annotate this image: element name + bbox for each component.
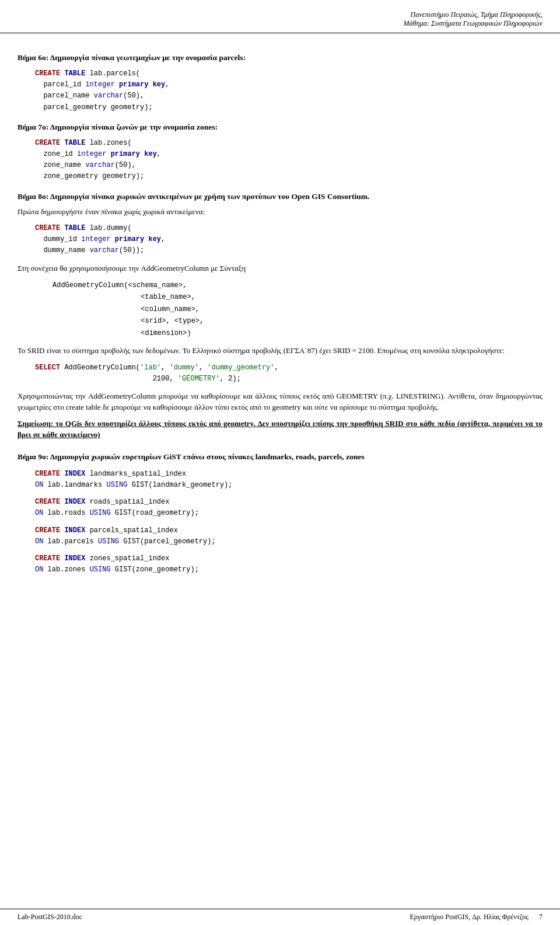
code-zones: CREATE TABLE lab.zones( zone_id integer … bbox=[35, 138, 542, 183]
page-header: Πανεπιστήμιο Πειραιώς, Τμήμα Πληροφορική… bbox=[0, 0, 560, 33]
code-parcels: CREATE TABLE lab.parcels( parcel_id inte… bbox=[35, 68, 542, 113]
footer-center: Εργαστήριο PostGIS, Δρ. Ηλίας Φρέντζος 7 bbox=[410, 913, 542, 921]
code-dummy: CREATE TABLE lab.dummy( dummy_id integer… bbox=[35, 223, 542, 257]
step8-text: Πρώτα δημιουργήστε έναν πίνακα χωρίς χωρ… bbox=[18, 206, 542, 218]
step8-heading: Βήμα 8ο: Δημιουργία πίνακα χωρικών αντικ… bbox=[18, 192, 542, 201]
page-footer: Lab-PostGIS-2010.doc Εργαστήριο PostGIS,… bbox=[0, 909, 560, 925]
addgeom-syntax: AddGeometryColumn(<schema_name>, <table_… bbox=[18, 280, 542, 339]
code-index-landmarks: CREATE INDEX landmarks_spatial_index ON … bbox=[35, 469, 542, 491]
code-index-parcels: CREATE INDEX parcels_spatial_index ON la… bbox=[35, 525, 542, 547]
footer-left: Lab-PostGIS-2010.doc bbox=[18, 913, 82, 921]
step6-heading: Βήμα 6ο: Δημιουργία πίνακα γεωτεμαχίων μ… bbox=[18, 53, 542, 62]
page-number: 7 bbox=[539, 913, 542, 921]
page: Πανεπιστήμιο Πειραιώς, Τμήμα Πληροφορική… bbox=[0, 0, 560, 925]
header-line2: Μάθημα: Συστήματα Γεωγραφικών Πληροφοριώ… bbox=[18, 19, 542, 28]
addgeom-desc: Χρησιμοποιώντας την AddGeometryColumn μπ… bbox=[18, 390, 542, 413]
srid-text: Το SRID είναι το σύστημα προβολής των δε… bbox=[18, 345, 542, 357]
code-index-zones: CREATE INDEX zones_spatial_index ON lab.… bbox=[35, 553, 542, 575]
header-line1: Πανεπιστήμιο Πειραιώς, Τμήμα Πληροφορική… bbox=[18, 11, 542, 19]
main-content: Βήμα 6ο: Δημιουργία πίνακα γεωτεμαχίων μ… bbox=[0, 33, 560, 616]
code-index-roads: CREATE INDEX roads_spatial_index ON lab.… bbox=[35, 497, 542, 519]
addgeom-intro: Στη συνέχεια θα χρησιμοποιήσουμε την Add… bbox=[18, 263, 542, 274]
step9-heading: Βήμα 9ο: Δημιουργία χωρικών ευρετηρίων G… bbox=[18, 452, 542, 462]
code-select-addgeom: SELECT AddGeometryColumn('lab', 'dummy',… bbox=[35, 362, 542, 385]
note-bold: Σημείωση: το QGis δεν υποστηρίζει άλλους… bbox=[18, 418, 542, 441]
step7-heading: Βήμα 7ο: Δημιουργία πίνακα ζωνών με την … bbox=[18, 123, 542, 132]
